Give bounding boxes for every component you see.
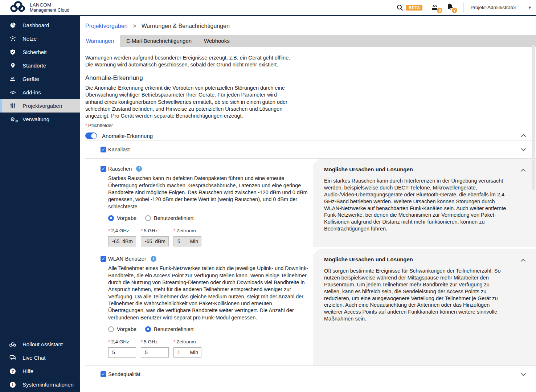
scrollbar[interactable] (532, 45, 535, 190)
wlan-24ghz-input[interactable]: 5 (108, 347, 136, 358)
kanallast-checkbox[interactable]: ✓ (101, 147, 106, 152)
sendequalitaet-row: ✓ Sendequalität (85, 366, 536, 382)
expand-kanallast-chevron-down-icon[interactable] (521, 148, 526, 151)
cloud-logo-icon (9, 1, 26, 14)
beta-badge: BETA (406, 5, 422, 11)
sidebar-item-label: Live Chat (22, 355, 45, 361)
sidebar-item-rollout-assistant[interactable]: Rollout Assistant (0, 338, 80, 351)
breadcrumb-separator: > (133, 23, 136, 29)
anomaly-description: Die Anomalie-Erkennung erkennt die Vorbo… (85, 85, 290, 119)
rauschen-field-5ghz: *5 GHz -65dBm (141, 228, 169, 246)
main-area: Projektvorgaben > Warnungen & Benachrich… (80, 16, 536, 392)
sidebar-item-netze[interactable]: Netze (0, 32, 80, 45)
wlan-field-24ghz: *2,4 GHz 5 (108, 339, 136, 358)
wlan-causes-panel: Mögliche Ursachen und Lösungen Oft sorge… (313, 249, 536, 366)
top-header: LANCOM Management Cloud BETA 8 (0, 0, 536, 16)
user-menu-caret-icon[interactable]: ▾ (528, 5, 531, 10)
causes-text: Ein starkes Rauschen kann durch Interfer… (324, 177, 507, 232)
tab-webhooks[interactable]: Webhooks (198, 35, 236, 47)
search-icon[interactable] (397, 4, 403, 11)
breadcrumb-parent-link[interactable]: Projektvorgaben (85, 23, 128, 29)
tab-email-benachrichtigungen[interactable]: E-Mail-Benachrichtigungen (120, 35, 198, 47)
rauschen-5ghz-input[interactable]: -65dBm (141, 236, 169, 246)
sidebar-item-sicherheit[interactable]: Sicherheit (0, 45, 80, 59)
alerts-button[interactable]: 7 (446, 3, 454, 12)
rauschen-zeitraum-input[interactable]: 5Min (173, 236, 201, 246)
sidebar-item-addins[interactable]: </> Add-ins (0, 86, 80, 99)
wlan-title-row: ✓ WLAN-Benutzer i (108, 256, 314, 262)
rauschen-24ghz-input[interactable]: -65dBm (108, 236, 136, 246)
wlan-radio-benutzerdefiniert[interactable]: Benutzerdefiniert (145, 326, 194, 332)
collapse-rauschen-causes-chevron-up-icon[interactable] (520, 169, 526, 172)
device-notifications-button[interactable]: 8 (430, 3, 439, 12)
sendequalitaet-checkbox[interactable]: ✓ (101, 371, 106, 377)
sidebar-item-dashboard[interactable]: Dashboard (0, 19, 80, 32)
sidebar-item-label: Hilfe (22, 368, 33, 374)
wlan-info-icon[interactable]: i (151, 256, 156, 262)
rauschen-checkbox[interactable]: ✓ (101, 166, 106, 172)
rauschen-settings: ✓ Rauschen i Starkes Rauschen kann zu de… (108, 159, 314, 246)
causes-title: Mögliche Ursachen und Lösungen (324, 166, 507, 172)
sidebar-item-live-chat[interactable]: Live Chat (0, 351, 80, 364)
toggle-knob (91, 133, 97, 139)
anomaly-toggle-row: Anomalie-Erkennung (85, 131, 536, 140)
sidebar-item-label: Standorte (22, 62, 46, 69)
sidebar-nav: Dashboard Netze Sicherheit (0, 16, 80, 126)
radio-selected-icon (108, 215, 114, 221)
rauschen-title-row: ✓ Rauschen i (108, 166, 314, 172)
rauschen-label: Rauschen (108, 166, 132, 172)
wlan-label: WLAN-Benutzer (108, 256, 146, 262)
rauschen-radio-vorgabe[interactable]: Vorgabe (108, 215, 136, 221)
logo-text: LANCOM Management Cloud (30, 2, 69, 13)
breadcrumb: Projektvorgaben > Warnungen & Benachrich… (80, 16, 536, 35)
tab-warnungen[interactable]: Warnungen (80, 35, 120, 47)
collapse-wlan-causes-chevron-up-icon[interactable] (520, 259, 526, 262)
sidebar-item-hilfe[interactable]: ? Hilfe (0, 364, 80, 378)
sidebar-item-label: Projektvorgaben (22, 103, 62, 109)
sidebar-item-geraete[interactable]: Geräte (0, 72, 80, 86)
rauschen-section: ✓ Rauschen i Starkes Rauschen kann zu de… (85, 159, 536, 247)
tab-content: Warnungen werden aufgrund besonderer Ere… (80, 47, 536, 382)
logo-line1: LANCOM (30, 2, 69, 8)
user-menu-label[interactable]: Projekt-Administrator (470, 5, 516, 10)
rauschen-radio-benutzerdefiniert[interactable]: Benutzerdefiniert (145, 215, 194, 221)
sliders-icon (9, 103, 16, 109)
sidebar-item-verwaltung[interactable]: ⚙⚙ Verwaltung (0, 113, 80, 126)
causes-text: Oft sorgen bestimmte Ereignisse für Schw… (324, 268, 507, 322)
rauschen-info-icon[interactable]: i (136, 166, 142, 172)
collapse-anomaly-chevron-up-icon[interactable] (521, 134, 526, 138)
kanallast-row: ✓ Kanallast (85, 140, 536, 158)
radio-unselected-icon (145, 215, 151, 221)
intro-text-line1: Warnungen werden aufgrund besonderer Ere… (85, 54, 536, 61)
sidebar-item-standorte[interactable]: Standorte (0, 59, 80, 72)
wlan-checkbox[interactable]: ✓ (101, 256, 106, 262)
wlan-radio-vorgabe[interactable]: Vorgabe (108, 326, 136, 332)
sidebar-item-label: Add-ins (22, 89, 41, 95)
causes-title: Mögliche Ursachen und Lösungen (324, 256, 507, 262)
sidebar-item-label: Sicherheit (22, 49, 47, 55)
sidebar-item-projektvorgaben[interactable]: Projektvorgaben (0, 99, 80, 113)
header-divider (463, 3, 464, 13)
sidebar-item-label: Netze (22, 36, 37, 42)
help-icon: ? (10, 368, 16, 374)
lancom-logo: LANCOM Management Cloud (9, 1, 69, 14)
cloud-icon (9, 342, 16, 347)
sidebar-item-systeminformationen[interactable]: i Systeminformationen (0, 378, 80, 391)
sidebar-item-label: Rollout Assistant (22, 341, 63, 347)
page-title: Warnungen & Benachrichtigungen (142, 23, 230, 29)
anomaly-toggle[interactable] (85, 132, 97, 139)
wlan-5ghz-input[interactable]: 5 (141, 347, 169, 358)
location-pin-icon (9, 62, 16, 69)
device-count-badge: 8 (437, 8, 442, 13)
required-fields-note: *Pflichtfelder (85, 123, 536, 128)
header-actions: BETA 8 7 Projekt-Administrator ▾ (397, 0, 531, 15)
wlan-zeitraum-input[interactable]: 1Min (173, 347, 201, 358)
rauschen-description: Starkes Rauschen kann zu defekten Datenp… (108, 175, 308, 210)
sidebar: Dashboard Netze Sicherheit (0, 16, 80, 392)
wlan-field-zeitraum: *Zeitraum 1Min (173, 339, 201, 358)
required-asterisk: * (85, 123, 87, 128)
access-point-icon (9, 76, 16, 82)
radio-selected-icon (145, 326, 151, 332)
shield-icon (9, 49, 16, 55)
expand-sendequalitaet-chevron-down-icon[interactable] (521, 372, 526, 376)
